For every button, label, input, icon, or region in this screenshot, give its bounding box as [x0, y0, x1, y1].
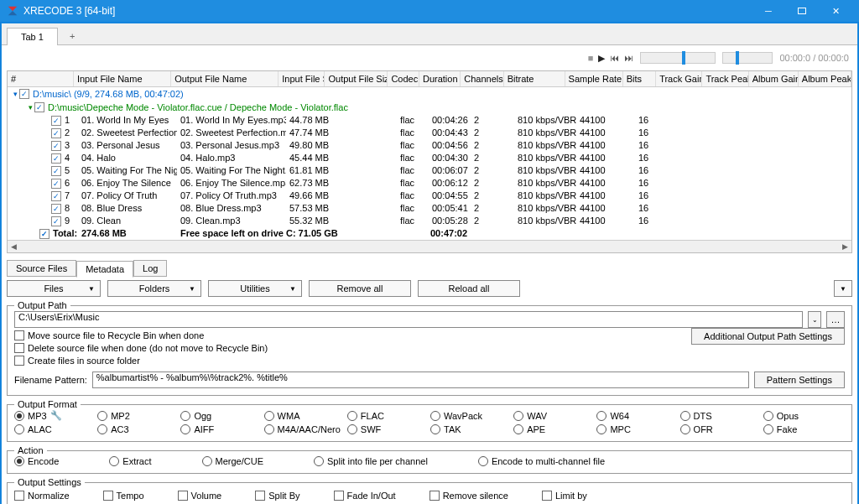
col-duration[interactable]: Duration [419, 71, 461, 86]
setting-tempo[interactable]: Tempo [103, 491, 144, 501]
format-alac[interactable]: ALAC [14, 424, 96, 434]
stop-icon[interactable]: ■ [588, 53, 594, 64]
utilities-menu[interactable]: Utilities▼ [208, 280, 302, 297]
horizontal-scrollbar[interactable]: ◀▶ [8, 240, 851, 252]
close-button[interactable]: ✕ [819, 0, 852, 22]
format-mp3[interactable]: MP3 🔧 [14, 410, 96, 421]
time-display: 00:00:0 / 00:00:0 [779, 53, 849, 63]
setting-fadeinout[interactable]: Fade In/Out [334, 491, 396, 501]
folders-menu[interactable]: Folders▼ [107, 280, 201, 297]
toolbar: Files▼ Folders▼ Utilities▼ Remove all Re… [7, 280, 852, 297]
format-wavpack[interactable]: WavPack [430, 410, 512, 421]
format-flac[interactable]: FLAC [347, 410, 429, 421]
format-mpc[interactable]: MPC [596, 424, 678, 434]
browse-button[interactable]: … [826, 311, 845, 328]
format-fake[interactable]: Fake [763, 424, 845, 434]
seek-slider[interactable] [640, 52, 716, 64]
tree-album-row[interactable]: ▾✓D:\music\Depeche Mode - Violator.flac.… [8, 101, 851, 114]
output-settings-legend: Output Settings [14, 477, 85, 487]
action-encode[interactable]: Encode [14, 456, 59, 466]
delete-source-checkbox[interactable] [14, 343, 24, 353]
track-row[interactable]: ✓4 04. Halo04. Halo.mp3 45.44 MB flac00:… [8, 152, 851, 164]
tree-folder-row[interactable]: ▾✓D:\music\ (9/9, 274.68 MB, 00:47:02) [8, 87, 851, 101]
setting-volume[interactable]: Volume [178, 491, 222, 501]
format-wav[interactable]: WAV [513, 410, 595, 421]
additional-output-settings-button[interactable]: Additional Output Path Settings [691, 328, 845, 345]
format-w64[interactable]: W64 [596, 410, 678, 421]
subtab-source[interactable]: Source Files [7, 260, 76, 277]
delete-source-label: Delete source file when done (do not mov… [28, 343, 268, 353]
create-in-source-checkbox[interactable] [14, 356, 24, 366]
view-mode-dropdown[interactable]: ▼ [834, 280, 852, 297]
file-grid: # Input File Name Output File Name Input… [7, 70, 852, 253]
format-ofr[interactable]: OFR [680, 424, 762, 434]
col-trackpeak[interactable]: Track Peak [702, 71, 748, 86]
setting-splitby[interactable]: Split By [255, 491, 299, 501]
track-row[interactable]: ✓3 03. Personal Jesus03. Personal Jesus.… [8, 139, 851, 152]
volume-slider[interactable] [722, 52, 773, 64]
format-mp2[interactable]: MP2 [97, 410, 179, 421]
track-row[interactable]: ✓9 09. Clean09. Clean.mp3 55.32 MB flac0… [8, 215, 851, 227]
setting-normalize[interactable]: Normalize [14, 491, 70, 501]
track-row[interactable]: ✓6 06. Enjoy The Silence06. Enjoy The Si… [8, 177, 851, 190]
format-ac3[interactable]: AC3 [97, 424, 179, 434]
action-legend: Action [14, 445, 47, 455]
subtab-metadata[interactable]: Metadata [76, 261, 133, 278]
setting-limitby[interactable]: Limit by [542, 491, 587, 501]
minimize-button[interactable]: ─ [752, 0, 785, 22]
track-row[interactable]: ✓8 08. Blue Dress08. Blue Dress.mp3 57.5… [8, 202, 851, 215]
col-samplerate[interactable]: Sample Rate [565, 71, 623, 86]
col-output-size[interactable]: Output File Size [325, 71, 388, 86]
play-icon[interactable]: ▶ [598, 53, 605, 64]
track-row[interactable]: ✓1 01. World In My Eyes01. World In My E… [8, 114, 851, 127]
maximize-button[interactable] [785, 0, 819, 22]
col-trackgain[interactable]: Track Gain [656, 71, 702, 86]
format-ape[interactable]: APE [513, 424, 595, 434]
files-menu[interactable]: Files▼ [7, 280, 101, 297]
col-channels[interactable]: Channels [461, 71, 503, 86]
col-input[interactable]: Input File Name [74, 71, 171, 86]
track-row[interactable]: ✓5 05. Waiting For The Night05. Waiting … [8, 164, 851, 177]
output-format-group: Output Format MP3 🔧 MP2 Ogg WMA FLAC Wav… [7, 404, 852, 442]
pattern-input[interactable]: %albumartist% - %album%\%track2%. %title… [92, 372, 749, 388]
action-extract[interactable]: Extract [109, 456, 151, 466]
subtab-log[interactable]: Log [133, 260, 167, 277]
reload-all-button[interactable]: Reload all [418, 280, 520, 297]
format-swf[interactable]: SWF [347, 424, 429, 434]
col-bits[interactable]: Bits [623, 71, 657, 86]
pattern-settings-button[interactable]: Pattern Settings [754, 372, 845, 388]
track-row[interactable]: ✓7 07. Policy Of Truth07. Policy Of Trut… [8, 190, 851, 202]
col-bitrate[interactable]: Bitrate [504, 71, 565, 86]
track-row[interactable]: ✓2 02. Sweetest Perfection02. Sweetest P… [8, 127, 851, 139]
move-recycle-checkbox[interactable] [14, 330, 24, 340]
action-splitintofileperchannel[interactable]: Split into file per channel [314, 456, 428, 466]
action-mergecue[interactable]: Merge/CUE [202, 456, 263, 466]
output-path-input[interactable]: C:\Users\Erix\Music [14, 311, 803, 328]
action-group: Action Encode Extract Merge/CUE Split in… [7, 450, 852, 474]
setting-removesilence[interactable]: Remove silence [430, 491, 508, 501]
next-icon[interactable]: ⏭ [624, 53, 633, 64]
format-dts[interactable]: DTS [680, 410, 762, 421]
remove-all-button[interactable]: Remove all [309, 280, 411, 297]
wrench-icon[interactable]: 🔧 [50, 410, 62, 421]
format-tak[interactable]: TAK [430, 424, 512, 434]
col-albumgain[interactable]: Album Gain [749, 71, 799, 86]
main-tabs: Tab 1 + [2, 23, 857, 44]
prev-icon[interactable]: ⏮ [610, 53, 619, 64]
col-input-size[interactable]: Input File Size [279, 71, 325, 86]
format-m4aaacnero[interactable]: M4A/AAC/Nero [264, 424, 346, 434]
output-path-dropdown[interactable]: ⌄ [808, 311, 821, 328]
format-opus[interactable]: Opus [763, 410, 845, 421]
tab-1[interactable]: Tab 1 [7, 28, 58, 45]
action-encodetomultichannelfile[interactable]: Encode to multi-channel file [478, 456, 605, 466]
format-wma[interactable]: WMA [264, 410, 346, 421]
col-albumpeak[interactable]: Album Peak [799, 71, 851, 86]
tab-add[interactable]: + [60, 28, 85, 44]
col-codec[interactable]: Codec [388, 71, 419, 86]
col-hash[interactable]: # [8, 71, 74, 86]
format-ogg[interactable]: Ogg [180, 410, 262, 421]
output-path-legend: Output Path [14, 300, 70, 310]
format-aiff[interactable]: AIFF [180, 424, 262, 434]
total-row: ✓Total: 274.68 MB Free space left on dri… [8, 227, 851, 240]
col-output[interactable]: Output File Name [171, 71, 279, 86]
